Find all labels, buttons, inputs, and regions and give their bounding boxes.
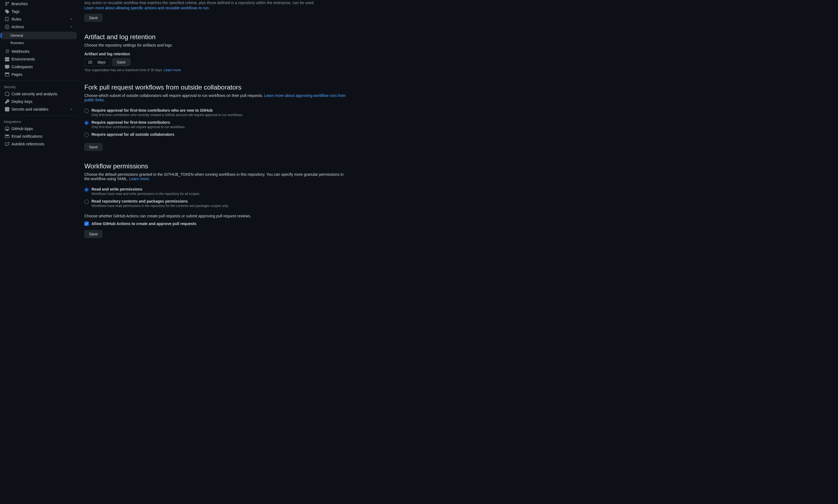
settings-sidebar: Branches Tags Rules Actions General Runn…: [0, 0, 78, 504]
sidebar-subitem-label: General: [11, 33, 23, 37]
sidebar-item-label: Codespaces: [12, 65, 73, 69]
sidebar-item-actions[interactable]: Actions: [1, 23, 77, 31]
main-content: Any action or reusable workflow that mat…: [78, 0, 355, 504]
workflow-radio-group: Read and write permissions Workflows hav…: [84, 185, 348, 210]
key-icon: [5, 100, 9, 104]
actions-policy-section: Any action or reusable workflow that mat…: [84, 0, 348, 22]
sidebar-item-secrets[interactable]: Secrets and variables: [1, 105, 77, 113]
sidebar-item-label: Email notifications: [12, 134, 73, 139]
fork-option-new-contributors[interactable]: Require approval for first-time contribu…: [84, 107, 348, 119]
security-section-label: Security: [0, 83, 78, 90]
radio-icon: [84, 109, 89, 113]
sidebar-item-autolink[interactable]: Autolink references: [1, 140, 77, 148]
fork-option-first-time[interactable]: Require approval for first-time contribu…: [84, 119, 348, 131]
fork-save-button[interactable]: Save: [84, 143, 103, 151]
sidebar-item-webhooks[interactable]: Webhooks: [1, 48, 77, 55]
workflow-allow-pr-checkbox[interactable]: Allow GitHub Actions to create and appro…: [84, 220, 348, 228]
sidebar-item-label: Code security and analysis: [12, 92, 73, 96]
sidebar-item-codespaces[interactable]: Codespaces: [1, 63, 77, 71]
actions-policy-link[interactable]: Learn more about allowing specific actio…: [84, 6, 210, 10]
radio-desc: Only first-time contributors will requir…: [91, 125, 348, 129]
codespaces-icon: [5, 65, 9, 69]
fork-option-all[interactable]: Require approval for all outside collabo…: [84, 131, 348, 139]
radio-desc: Only first-time contributors who recentl…: [91, 113, 348, 117]
checkbox-label: Allow GitHub Actions to create and appro…: [91, 221, 196, 226]
workflow-learn-more-link[interactable]: Learn more.: [129, 177, 150, 181]
fork-desc: Choose which subset of outside collabora…: [84, 93, 348, 102]
sidebar-item-label: Deploy keys: [12, 100, 73, 104]
sidebar-item-label: Rules: [12, 17, 69, 21]
tag-icon: [5, 9, 9, 14]
sidebar-item-branches[interactable]: Branches: [1, 0, 77, 8]
radio-label: Require approval for first-time contribu…: [91, 108, 348, 112]
actions-policy-desc: Any action or reusable workflow that mat…: [84, 0, 348, 6]
sidebar-item-environments[interactable]: Environments: [1, 55, 77, 63]
browser-icon: [5, 72, 9, 77]
retention-desc: Choose the repository settings for artif…: [84, 43, 348, 47]
actions-subnav: General Runners: [0, 31, 78, 48]
retention-days-input[interactable]: [84, 58, 111, 66]
retention-input-row: days Save: [84, 58, 348, 66]
sidebar-item-label: Webhooks: [12, 49, 73, 54]
repo-push-icon: [5, 17, 9, 21]
sidebar-item-deploy-keys[interactable]: Deploy keys: [1, 98, 77, 105]
sidebar-item-label: Secrets and variables: [12, 107, 69, 111]
radio-icon: [84, 121, 89, 125]
radio-icon: [84, 133, 89, 137]
sidebar-item-pages[interactable]: Pages: [1, 71, 77, 78]
retention-field-label: Artifact and log retention: [84, 52, 348, 56]
cross-reference-icon: [5, 142, 9, 146]
sidebar-item-email-notifications[interactable]: Email notifications: [1, 132, 77, 140]
play-icon: [5, 25, 9, 29]
sidebar-subitem-general[interactable]: General: [1, 32, 77, 39]
retention-save-button[interactable]: Save: [112, 58, 130, 66]
fork-heading: Fork pull request workflows from outside…: [84, 84, 348, 91]
key-asterisk-icon: [5, 107, 9, 111]
radio-desc: Workflows have read and write permission…: [91, 192, 348, 196]
radio-desc: Workflows have read permissions in the r…: [91, 204, 348, 208]
sidebar-item-label: Branches: [12, 2, 73, 6]
workflow-desc: Choose the default permissions granted t…: [84, 172, 348, 181]
fork-radio-group: Require approval for first-time contribu…: [84, 107, 348, 139]
retention-heading: Artifact and log retention: [84, 33, 348, 41]
integrations-section-label: Integrations: [0, 118, 78, 125]
workflow-option-read-write[interactable]: Read and write permissions Workflows hav…: [84, 185, 348, 197]
git-branch-icon: [5, 2, 9, 6]
radio-label: Require approval for all outside collabo…: [91, 132, 348, 137]
mail-icon: [5, 134, 9, 139]
hubot-icon: [5, 126, 9, 131]
workflow-pr-desc: Choose whether GitHub Actions can create…: [84, 214, 348, 218]
workflow-save-button[interactable]: Save: [84, 230, 103, 238]
chevron-down-icon: [69, 107, 73, 111]
sidebar-item-tags[interactable]: Tags: [1, 8, 77, 15]
chevron-down-icon: [69, 17, 73, 21]
radio-label: Read and write permissions: [91, 187, 348, 191]
retention-learn-more-link[interactable]: Learn more.: [164, 68, 182, 72]
sidebar-item-label: Pages: [12, 72, 73, 77]
sidebar-item-label: Actions: [12, 25, 69, 29]
checkbox-checked-icon: [84, 221, 89, 226]
save-button[interactable]: Save: [84, 14, 103, 22]
divider: [0, 115, 78, 115]
radio-label: Read repository contents and packages pe…: [91, 199, 348, 203]
radio-label: Require approval for first-time contribu…: [91, 120, 348, 125]
sidebar-item-github-apps[interactable]: GitHub Apps: [1, 125, 77, 132]
server-icon: [5, 57, 9, 61]
sidebar-item-label: GitHub Apps: [12, 126, 73, 131]
workflow-option-read-only[interactable]: Read repository contents and packages pe…: [84, 197, 348, 210]
radio-icon: [84, 187, 89, 192]
codescan-icon: [5, 92, 9, 96]
sidebar-item-label: Autolink references: [12, 142, 73, 146]
workflow-heading: Workflow permissions: [84, 162, 348, 170]
sidebar-subitem-label: Runners: [11, 41, 24, 45]
radio-icon: [84, 200, 89, 204]
retention-hint: Your organization has set a maximum limi…: [84, 68, 348, 72]
sidebar-subitem-runners[interactable]: Runners: [1, 39, 77, 47]
sidebar-item-code-security[interactable]: Code security and analysis: [1, 90, 77, 98]
divider: [0, 80, 78, 81]
chevron-up-icon: [69, 25, 73, 29]
sidebar-item-label: Environments: [12, 57, 73, 61]
webhook-icon: [5, 49, 9, 54]
sidebar-item-label: Tags: [12, 9, 73, 14]
sidebar-item-rules[interactable]: Rules: [1, 15, 77, 23]
